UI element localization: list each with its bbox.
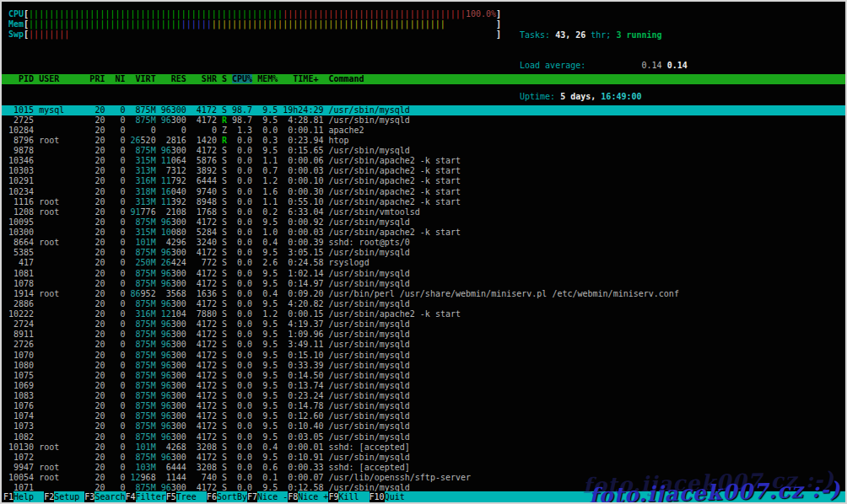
- cell-command: /usr/sbin/mysqld: [328, 105, 409, 115]
- cell-ni: 0: [110, 319, 125, 329]
- cell-pri: 20: [89, 156, 105, 165]
- cell-command: /usr/sbin/mysqld: [328, 381, 409, 390]
- process-row[interactable]: 1069 20 0 875M 96300 4172 S 0.0 9.5 0:13…: [2, 381, 845, 391]
- process-row[interactable]: 1080 20 0 875M 96300 4172 S 0.0 9.5 0:33…: [2, 361, 845, 371]
- cell-virt: 101M: [131, 238, 156, 247]
- cell-res: 300: [171, 105, 186, 115]
- column-header-time[interactable]: TIME+: [283, 74, 323, 83]
- process-row[interactable]: 10095 20 0 875M 96300 4172 S 0.0 9.5 0:0…: [2, 217, 845, 228]
- process-row[interactable]: 1081 20 0 875M 96300 4172 S 0.0 9.5 1:02…: [2, 269, 845, 279]
- cell-virt: 875M: [131, 421, 156, 431]
- cell-pri: 20: [89, 115, 105, 125]
- cell-pid: 10291: [8, 176, 34, 185]
- cell-mem: 9.5: [257, 319, 278, 329]
- cell-command: /usr/sbin/mysqld: [328, 248, 409, 257]
- fkey-kill[interactable]: F9Kill: [328, 491, 369, 502]
- cell-pid: 1073: [8, 421, 34, 431]
- cell-pri: 20: [89, 289, 105, 298]
- process-row[interactable]: 10234 20 0 318M 16040 9740 S 0.0 1.6 0:0…: [2, 187, 845, 197]
- bracket-close: ]: [496, 19, 501, 29]
- process-row[interactable]: 10291 20 0 316M 11792 6444 S 0.0 1.2 0:0…: [2, 176, 845, 186]
- cell-virt: 91: [131, 207, 141, 217]
- process-row[interactable]: 1076 20 0 875M 96300 4172 S 0.0 9.5 0:14…: [2, 401, 845, 411]
- process-row[interactable]: 8911 20 0 875M 96300 4172 S 0.0 9.5 1:09…: [2, 330, 845, 340]
- process-row[interactable]: 1072 20 0 875M 96300 4172 S 0.0 9.5 0:10…: [2, 453, 845, 463]
- process-row[interactable]: 1078 20 0 875M 96300 4172 S 0.0 9.5 0:14…: [2, 279, 845, 289]
- process-row[interactable]: 1075 20 0 875M 96300 4172 S 0.0 9.5 0:14…: [2, 371, 845, 381]
- cell-command: /usr/sbin/mysqld: [328, 340, 409, 349]
- column-header-command[interactable]: Command: [328, 74, 364, 83]
- cell-shr: 4172: [192, 381, 217, 390]
- cell-shr: 4172: [192, 248, 217, 257]
- cell-res: 300: [171, 361, 186, 370]
- cell-user: [39, 258, 84, 267]
- column-header-cpu[interactable]: CPU%: [232, 74, 252, 83]
- process-row[interactable]: 10222 20 0 316M 12104 7880 S 0.0 1.2 0:0…: [2, 309, 845, 319]
- cell-cpu: 0.0: [232, 238, 252, 247]
- cell-pri: 20: [89, 238, 105, 247]
- column-header-mem[interactable]: MEM%: [257, 74, 278, 83]
- process-row[interactable]: 8664 root 20 0 101M 4296 3240 S 0.0 0.4 …: [2, 238, 845, 248]
- fkey-filter[interactable]: F4Filter: [126, 491, 166, 502]
- cell-command: /usr/sbin/mysqld: [328, 411, 409, 421]
- process-row[interactable]: 5385 20 0 875M 96300 4172 S 0.0 9.5 3:05…: [2, 248, 845, 258]
- process-row[interactable]: 2725 20 0 875M 96300 4172 R 98.7 9.5 4:2…: [2, 115, 845, 126]
- column-header-pri[interactable]: PRI: [89, 74, 105, 83]
- process-row[interactable]: 1082 20 0 875M 96300 4172 S 0.0 9.5 0:03…: [2, 432, 845, 442]
- process-row[interactable]: 417 20 0 250M 26424 772 S 0.0 2.6 0:24.5…: [2, 258, 845, 268]
- cell-mem: 9.5: [257, 269, 278, 278]
- process-row[interactable]: 9947 root 20 0 103M 6444 3208 S 0.0 0.6 …: [2, 463, 845, 473]
- cell-ni: 0: [110, 126, 125, 135]
- process-row[interactable]: 10346 20 0 315M 11064 5876 S 0.0 1.1 0:0…: [2, 156, 845, 166]
- cell-shr: 3208: [192, 463, 217, 472]
- process-row[interactable]: 1015 mysql 20 0 875M 96300 4172 S 98.7 9…: [2, 105, 845, 115]
- process-row[interactable]: 1083 20 0 875M 96300 4172 S 0.0 9.5 0:23…: [2, 391, 845, 401]
- process-row[interactable]: 1070 20 0 875M 96300 4172 S 0.0 9.5 0:15…: [2, 351, 845, 361]
- cell-shr: 5284: [192, 228, 217, 237]
- process-row[interactable]: 10300 20 0 315M 10080 5284 S 0.0 1.0 0:0…: [2, 228, 845, 238]
- process-row[interactable]: 10284 20 0 0 0 0 Z 1.3 0.0 0:00.11 apach…: [2, 126, 845, 136]
- process-row[interactable]: 1116 root 20 0 313M 11392 8948 S 0.0 1.1…: [2, 197, 845, 207]
- process-row[interactable]: 1208 root 20 0 91776 2108 1768 S 0.0 0.2…: [2, 207, 845, 217]
- process-row[interactable]: 1074 20 0 875M 96300 4172 S 0.0 9.5 0:12…: [2, 411, 845, 421]
- process-row[interactable]: 10303 20 0 313M 7312 3892 S 0.0 0.7 0:00…: [2, 166, 845, 176]
- fkey-nice-[interactable]: F7Nice -: [247, 491, 288, 502]
- cell-pri: 20: [89, 136, 105, 145]
- cell-res: 300: [171, 421, 186, 431]
- fkey-search[interactable]: F3Search: [84, 491, 125, 502]
- cell-command: /usr/sbin/mysqld: [328, 319, 409, 329]
- fkey-sortby[interactable]: F6SortBy: [207, 491, 247, 502]
- fkey-help[interactable]: F1Help: [3, 491, 44, 502]
- column-header-ni[interactable]: NI: [110, 74, 125, 83]
- cell-time: 1:09.96: [283, 330, 323, 339]
- column-header-res[interactable]: RES: [161, 74, 186, 83]
- cell-shr: 4172: [192, 115, 217, 125]
- fkey-nice-[interactable]: F8Nice +: [288, 491, 328, 502]
- process-row[interactable]: 1914 root 20 0 86952 3568 1636 S 0.0 0.4…: [2, 289, 845, 299]
- column-header-pid[interactable]: PID: [8, 74, 34, 83]
- process-row[interactable]: 1073 20 0 875M 96300 4172 S 0.0 9.5 0:10…: [2, 421, 845, 432]
- mem-meter-blue-segment: ||||||: [181, 19, 212, 29]
- cell-virt: 875M: [131, 319, 156, 329]
- cell-pri: 20: [89, 269, 105, 278]
- cell-cpu: 0.0: [232, 411, 252, 421]
- fkey-tree[interactable]: F5Tree: [166, 491, 207, 502]
- process-row[interactable]: 2724 20 0 875M 96300 4172 S 0.0 9.5 4:19…: [2, 319, 845, 330]
- cell-ni: 0: [110, 146, 125, 155]
- cell-shr: 1768: [192, 207, 217, 217]
- cell-command: /usr/sbin/mysqld: [328, 453, 409, 462]
- process-row[interactable]: 10130 root 20 0 101M 4268 3208 S 0.0 0.4…: [2, 442, 845, 453]
- process-table: PID USER PRI NI VIRT RES SHR S CPU% MEM%…: [2, 54, 845, 504]
- cell-res: 96: [161, 432, 171, 442]
- column-header-shr[interactable]: SHR: [192, 74, 217, 83]
- column-header-user[interactable]: USER: [39, 74, 84, 83]
- process-row[interactable]: 9878 20 0 875M 96300 4172 S 0.0 9.5 0:15…: [2, 146, 845, 156]
- process-row[interactable]: 2726 20 0 875M 96300 4172 S 0.0 9.5 3:49…: [2, 340, 845, 350]
- column-header-virt[interactable]: VIRT: [131, 74, 156, 83]
- cell-ni: 0: [110, 330, 125, 339]
- process-row[interactable]: 8796 root 20 0 26520 2816 1420 R 0.0 0.3…: [2, 136, 845, 146]
- cell-res: 300: [171, 381, 186, 390]
- fkey-setup[interactable]: F2Setup: [44, 491, 84, 502]
- process-row[interactable]: 2886 20 0 875M 96300 4172 S 0.0 9.5 4:20…: [2, 299, 845, 309]
- cell-res: 16: [161, 187, 171, 196]
